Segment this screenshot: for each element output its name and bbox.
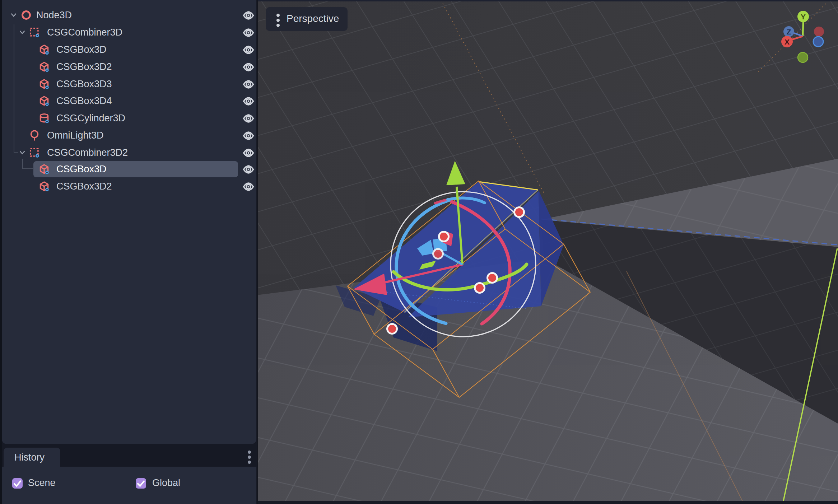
panel-menu-icon[interactable] (248, 451, 251, 464)
node-label[interactable]: CSGBox3D (56, 44, 107, 55)
visibility-eye-icon[interactable] (240, 181, 257, 193)
visibility-eye-icon[interactable] (240, 61, 257, 73)
view-mode-label[interactable]: Perspective (287, 13, 339, 24)
visibility-eye-icon[interactable] (240, 112, 257, 125)
chevron-down-icon[interactable] (18, 149, 27, 156)
node-label[interactable]: CSGBox3D3 (56, 79, 112, 90)
tree-row-csgbox3d2[interactable]: CSGBox3D2 (2, 58, 256, 75)
chevron-down-icon[interactable] (18, 29, 27, 36)
node3d-icon (20, 9, 32, 21)
visibility-eye-icon[interactable] (240, 44, 257, 56)
node-label[interactable]: CSGBox3D2 (56, 61, 112, 73)
node-label[interactable]: CSGCylinder3D (56, 113, 125, 124)
visibility-eye-icon[interactable] (240, 9, 257, 22)
axis-neg-x[interactable] (814, 27, 824, 37)
node-label[interactable]: OmniLight3D (47, 130, 104, 141)
godot-editor-window: Node3D CSGCombiner3D CSGBox3D CSGBox3D2 (0, 0, 838, 504)
left-dock: Node3D CSGCombiner3D CSGBox3D CSGBox3D2 (0, 0, 257, 504)
node-label[interactable]: CSGBox3D4 (56, 95, 112, 107)
visibility-eye-icon[interactable] (240, 95, 257, 107)
csgbox3d-icon (38, 180, 50, 192)
global-checkbox-label[interactable]: Global (152, 477, 180, 489)
visibility-eye-icon[interactable] (240, 78, 257, 90)
visibility-eye-icon[interactable] (240, 163, 257, 176)
node-label[interactable]: CSGCombiner3D (47, 27, 122, 38)
tree-row-csgbox3d4[interactable]: CSGBox3D4 (2, 92, 256, 109)
axis-neg-z[interactable] (813, 37, 823, 47)
node-label[interactable]: CSGBox3D2 (56, 181, 112, 192)
tree-row-csgcombiner3d2[interactable]: CSGCombiner3D2 (2, 144, 256, 161)
node-label[interactable]: CSGCombiner3D2 (47, 147, 128, 158)
check-icon (12, 478, 23, 489)
scene-tree-panel: Node3D CSGCombiner3D CSGBox3D CSGBox3D2 (2, 0, 256, 444)
tree-row-csgbox3d3[interactable]: CSGBox3D3 (2, 75, 256, 93)
node-label[interactable]: CSGBox3D (56, 164, 107, 175)
history-panel-content: Scene Global (2, 467, 256, 504)
visibility-eye-icon[interactable] (240, 147, 257, 159)
axis-y-label: Y (801, 13, 806, 21)
global-checkbox[interactable] (136, 478, 146, 489)
csgcombiner3d-icon (28, 146, 41, 159)
csgbox3d-icon (38, 61, 50, 73)
viewport-bottom-border (257, 501, 838, 504)
node-label[interactable]: Node3D (36, 10, 72, 21)
viewport-left-border (257, 0, 258, 504)
csgbox3d-icon (38, 163, 50, 175)
tree-row-omnilight3d[interactable]: OmniLight3D (2, 127, 256, 144)
visibility-eye-icon[interactable] (240, 130, 257, 142)
axis-x-label: X (785, 38, 790, 46)
axis-neg-y[interactable] (798, 52, 808, 62)
viewport-scene: Z X Y (257, 0, 838, 504)
tree-row-csgbox3d-selected[interactable]: CSGBox3D (2, 160, 256, 178)
csgcylinder3d-icon (38, 112, 50, 124)
scene-checkbox[interactable] (12, 478, 23, 489)
csgcombiner3d-icon (28, 26, 41, 38)
tree-row-csgcylinder3d[interactable]: CSGCylinder3D (2, 109, 256, 127)
csgbox3d-icon (38, 43, 50, 56)
viewport-3d[interactable]: Z X Y Perspective (257, 0, 838, 504)
check-icon (136, 478, 146, 489)
tab-history-label: History (14, 452, 45, 463)
tab-history[interactable]: History (4, 448, 60, 467)
tree-row-csgcombiner3d[interactable]: CSGCombiner3D (2, 24, 256, 41)
view-menu-dots-icon[interactable] (276, 14, 280, 17)
scene-checkbox-label[interactable]: Scene (28, 477, 56, 489)
view-menu-button[interactable]: Perspective (266, 7, 348, 31)
tree-row-csgbox3d[interactable]: CSGBox3D (2, 41, 256, 58)
chevron-down-icon[interactable] (9, 11, 18, 19)
csgbox3d-icon (38, 78, 50, 90)
omnilight3d-icon (28, 129, 41, 141)
bottom-panel: History Scene Global (2, 444, 256, 504)
tree-row-node3d[interactable]: Node3D (2, 6, 256, 24)
visibility-eye-icon[interactable] (240, 27, 257, 39)
tree-row-csgbox3d2-b[interactable]: CSGBox3D2 (2, 178, 256, 195)
csgbox3d-icon (38, 95, 50, 107)
viewport-top-border (257, 0, 838, 1)
axis-z-label: Z (787, 28, 791, 36)
